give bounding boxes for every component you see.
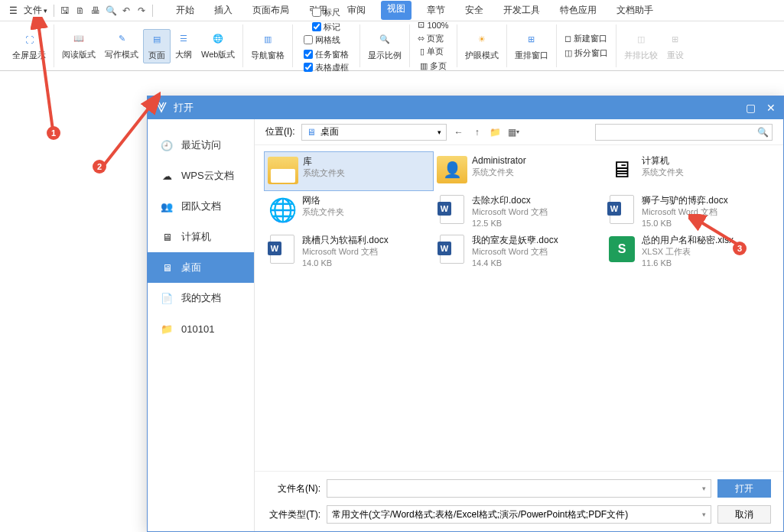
zoom-100-button[interactable]: ⊡100% — [416, 19, 450, 31]
close-icon[interactable]: ✕ — [766, 102, 776, 114]
sidebar-item-3[interactable]: 🖥计算机 — [148, 222, 254, 252]
tab-9[interactable]: 特色应用 — [555, 1, 601, 20]
file-item[interactable]: W跳槽只为软福利.docxMicrosoft Word 文档14.0 KB — [264, 231, 434, 271]
ribbon: ⛶全屏显示 📖阅读版式 ✎写作模式 ▤页面 ☰大纲 🌐Web版式 ▥导航窗格 标… — [0, 21, 784, 71]
find-icon[interactable]: 🔍 — [105, 5, 117, 17]
file-type-icon: 🖥 — [607, 154, 637, 185]
file-item[interactable]: 👤Administrator系统文件夹 — [434, 151, 603, 191]
nav-pane-button[interactable]: ▥导航窗格 — [246, 30, 289, 63]
redo-icon[interactable]: ↷ — [135, 5, 148, 17]
cancel-button[interactable]: 取消 — [717, 505, 771, 524]
undo-icon[interactable]: ↶ — [120, 5, 132, 17]
file-item[interactable]: W狮子与驴的博弈.docxMicrosoft Word 文档15.0 KB — [603, 191, 773, 231]
single-page-button[interactable]: ▯单页 — [418, 45, 448, 58]
sidebar-item-0[interactable]: 🕘最近访问 — [148, 130, 254, 161]
taskpane-checkbox[interactable]: 任务窗格 — [301, 48, 352, 61]
sidebar-item-1[interactable]: ☁WPS云文档 — [148, 161, 254, 191]
file-item[interactable]: 🌐网络系统文件夹 — [264, 191, 434, 231]
view-icon[interactable]: ▦ ▾ — [508, 126, 520, 138]
sidebyside-button: ◫并排比较 — [620, 30, 662, 63]
dialog-sidebar: 🕘最近访问☁WPS云文档👥团队文档🖥计算机🖥桌面📄我的文档📁010101 — [148, 119, 255, 531]
side-icon: 🕘 — [160, 138, 174, 152]
outline-icon: ☰ — [175, 31, 192, 47]
back-icon[interactable]: ← — [453, 126, 465, 138]
nav-icon: ▥ — [259, 31, 276, 48]
eyecare-button[interactable]: ☀护眼模式 — [460, 30, 503, 63]
split-icon: ◫ — [564, 48, 572, 58]
read-mode-button[interactable]: 📖阅读版式 — [57, 29, 100, 63]
file-type-icon: W — [267, 234, 298, 264]
filetype-label: 文件类型(T): — [267, 508, 320, 521]
new-folder-icon[interactable]: 📁 — [490, 126, 502, 138]
file-size: 14.0 KB — [302, 258, 389, 269]
open-button[interactable]: 打开 — [717, 479, 771, 498]
file-list: 库系统文件夹👤Administrator系统文件夹🖥计算机系统文件夹🌐网络系统文… — [255, 145, 783, 471]
gridlines-checkbox[interactable]: 网格线 — [301, 34, 352, 47]
hamburger-icon[interactable]: ☰ — [6, 5, 21, 16]
file-item[interactable]: S总的用户名和秘密.xlsxXLSX 工作表11.6 KB — [603, 231, 773, 271]
file-item[interactable]: 🖥计算机系统文件夹 — [603, 151, 773, 191]
ruler-checkbox[interactable]: 标尺 — [309, 6, 343, 19]
filetype-combo[interactable]: 常用文件(文字/Word格式;表格/Excel格式;演示/PowerPoint格… — [327, 505, 711, 524]
tab-10[interactable]: 文档助手 — [612, 1, 658, 20]
sidebar-item-4[interactable]: 🖥桌面 — [148, 252, 254, 283]
single-icon: ▯ — [420, 47, 425, 57]
tab-1[interactable]: 插入 — [210, 1, 237, 20]
hundred-icon: ⊡ — [418, 20, 425, 30]
save-icon[interactable]: 🖫 — [59, 5, 71, 17]
tablevr-checkbox[interactable]: 表格虚框 — [301, 61, 352, 74]
tab-2[interactable]: 页面布局 — [248, 1, 294, 20]
menu-bar: ☰ 文件 ▾ 🖫 🗎 🖶 🔍 ↶ ↷ 开始插入页面布局引用审阅视图章节安全开发工… — [0, 0, 784, 21]
new-window-button[interactable]: ◻新建窗口 — [563, 32, 610, 45]
file-menu[interactable]: 文件 ▾ — [21, 4, 50, 17]
split-window-button[interactable]: ◫拆分窗口 — [563, 47, 610, 60]
page-width-button[interactable]: ⬄页宽 — [416, 32, 450, 45]
up-icon[interactable]: ↑ — [471, 126, 483, 138]
rearrange-button[interactable]: ⊞重排窗口 — [510, 30, 553, 63]
pencil-icon: ✎ — [113, 31, 130, 47]
file-meta: Microsoft Word 文档 — [642, 206, 728, 218]
chevron-down-icon: ▾ — [702, 485, 706, 492]
fullscreen-button[interactable]: ⛶全屏显示 — [8, 30, 50, 63]
print-icon[interactable]: 🖶 — [89, 5, 102, 17]
multi-page-button[interactable]: ▥多页 — [418, 60, 448, 73]
dialog-title: 打开 — [174, 101, 194, 115]
tab-7[interactable]: 安全 — [460, 1, 488, 20]
file-meta: Microsoft Word 文档 — [302, 246, 389, 258]
outline-mode-button[interactable]: ☰大纲 — [171, 29, 197, 63]
sidebar-item-2[interactable]: 👥团队文档 — [148, 191, 254, 222]
tab-6[interactable]: 章节 — [422, 1, 450, 20]
file-type-icon: W — [607, 194, 637, 225]
file-name: Administrator — [472, 154, 526, 167]
sun-icon: ☀ — [473, 31, 490, 48]
maximize-icon[interactable]: ▢ — [746, 102, 756, 114]
file-item[interactable]: 库系统文件夹 — [264, 151, 434, 191]
write-mode-button[interactable]: ✎写作模式 — [100, 29, 143, 63]
file-type-icon: 🌐 — [267, 194, 298, 225]
file-item[interactable]: W我的室友是妖孽.docxMicrosoft Word 文档14.4 KB — [434, 231, 603, 271]
file-name: 去除水印.docx — [472, 194, 548, 206]
web-icon: 🌐 — [210, 31, 226, 47]
page-mode-button[interactable]: ▤页面 — [143, 29, 171, 63]
sidebar-item-5[interactable]: 📄我的文档 — [148, 283, 254, 313]
tab-5[interactable]: 视图 — [381, 1, 412, 20]
book-icon: 📖 — [70, 31, 87, 47]
newwin-icon: ◻ — [564, 34, 571, 44]
file-type-icon: W — [437, 194, 467, 225]
web-mode-button[interactable]: 🌐Web版式 — [197, 29, 239, 63]
zoom-ratio-button[interactable]: 🔍显示比例 — [363, 30, 406, 63]
dialog-titlebar: 打开 ▢ ✕ — [148, 96, 783, 119]
tab-0[interactable]: 开始 — [171, 1, 199, 20]
sidebar-item-6[interactable]: 📁010101 — [148, 313, 254, 344]
print-preview-icon[interactable]: 🗎 — [74, 5, 86, 17]
filename-input[interactable]: ▾ — [327, 479, 711, 498]
location-combo[interactable]: 🖥 桌面 ▾ — [301, 124, 447, 141]
file-type-icon: S — [607, 234, 637, 264]
chevron-down-icon: ▾ — [702, 511, 706, 518]
search-input[interactable]: 🔍 — [595, 124, 773, 141]
file-name: 狮子与驴的博弈.docx — [642, 194, 728, 206]
search-icon[interactable]: 🔍 — [757, 127, 769, 138]
markup-checkbox[interactable]: 标记 — [309, 21, 343, 34]
file-item[interactable]: W去除水印.docxMicrosoft Word 文档12.5 KB — [434, 191, 603, 231]
tab-8[interactable]: 开发工具 — [499, 1, 545, 20]
